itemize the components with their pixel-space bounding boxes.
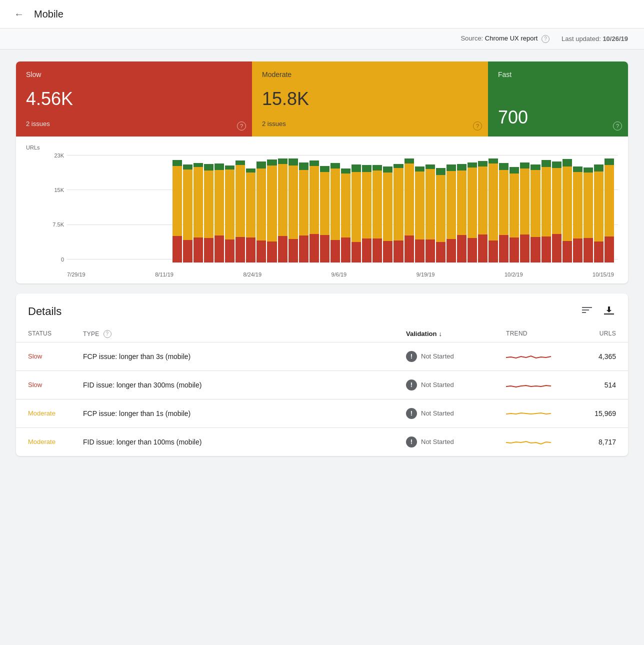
row-trend <box>506 379 576 391</box>
bar-group <box>542 152 551 262</box>
bar-group <box>584 152 593 262</box>
row-status: Slow <box>28 381 83 388</box>
col-validation[interactable]: Validation ↓ <box>406 330 506 338</box>
row-status: Moderate <box>28 410 83 417</box>
bar-group <box>552 152 562 262</box>
bar-group <box>372 152 382 262</box>
bar-group <box>246 152 256 262</box>
stat-cards-row: Slow 4.56K 2 issues ? Moderate 15.8K 2 i… <box>16 62 628 136</box>
chart-container: 23K 15K 7.5K 0 7/29/19 8/11/19 8/24/19 9… <box>26 152 618 278</box>
bar-group <box>225 152 234 262</box>
not-started-label: Not Started <box>421 438 454 446</box>
row-status: Moderate <box>28 438 83 446</box>
last-updated-label: Last updated: 10/26/19 <box>562 35 628 42</box>
bar-group <box>236 152 245 262</box>
row-trend <box>506 436 576 448</box>
slow-value: 4.56K <box>26 89 242 109</box>
bar-group <box>510 152 519 262</box>
bar-group <box>394 152 403 262</box>
source-label: Source: Chrome UX report ? <box>460 34 550 43</box>
bar-group <box>488 152 498 262</box>
row-validation: ! Not Started <box>406 351 506 362</box>
bar-group <box>562 152 572 262</box>
bar-group <box>352 152 361 262</box>
bar-group <box>604 152 614 262</box>
svg-rect-3 <box>604 314 614 314</box>
slow-label: Slow <box>26 70 242 78</box>
row-urls: 15,969 <box>576 410 616 418</box>
svg-rect-1 <box>582 310 589 310</box>
back-button[interactable]: ← <box>12 7 26 21</box>
bar-group <box>573 152 582 262</box>
svg-rect-2 <box>582 312 586 313</box>
row-type: FCP issue: longer than 3s (mobile) <box>83 352 406 360</box>
details-actions <box>580 304 616 320</box>
col-status: Status <box>28 330 83 338</box>
stat-card-fast: Fast 700 ? <box>488 62 628 136</box>
moderate-label: Moderate <box>262 70 478 78</box>
bar-group <box>194 152 203 262</box>
table-row: Slow FCP issue: longer than 3s (mobile) … <box>16 342 628 371</box>
not-started-label: Not Started <box>421 410 454 417</box>
bar-group <box>320 152 330 262</box>
bar-group <box>478 152 488 262</box>
overview-card: Slow 4.56K 2 issues ? Moderate 15.8K 2 i… <box>16 62 628 284</box>
bar-group <box>404 152 414 262</box>
col-trend: Trend <box>506 330 576 338</box>
bar-group <box>415 152 424 262</box>
bar-group <box>446 152 456 262</box>
row-type: FID issue: longer than 100ms (mobile) <box>83 438 406 446</box>
fast-value: 700 <box>498 108 618 128</box>
row-type: FID issue: longer than 300ms (mobile) <box>83 381 406 389</box>
row-urls: 514 <box>576 381 616 389</box>
row-urls: 8,717 <box>576 438 616 446</box>
filter-button[interactable] <box>580 305 594 318</box>
bar-group <box>141 152 150 262</box>
bar-group <box>67 152 76 262</box>
not-started-icon: ! <box>406 436 417 448</box>
type-help-icon[interactable]: ? <box>104 330 112 338</box>
row-validation: ! Not Started <box>406 380 506 390</box>
source-value: Chrome UX report <box>485 34 538 42</box>
bar-group <box>256 152 266 262</box>
bar-group <box>457 152 466 262</box>
details-title: Details <box>28 305 62 318</box>
x-axis: 7/29/19 8/11/19 8/24/19 9/6/19 9/19/19 1… <box>67 270 614 278</box>
row-urls: 4,365 <box>576 352 616 360</box>
fast-help-icon[interactable]: ? <box>613 122 622 130</box>
details-card: Details Status <box>16 294 628 456</box>
bar-group <box>183 152 192 262</box>
bar-group <box>426 152 435 262</box>
source-bar: Source: Chrome UX report ? Last updated:… <box>0 28 644 50</box>
slow-help-icon[interactable]: ? <box>237 122 246 130</box>
table-row: Slow FID issue: longer than 300ms (mobil… <box>16 371 628 400</box>
row-status: Slow <box>28 352 83 360</box>
download-button[interactable] <box>602 304 616 320</box>
bar-group <box>152 152 161 262</box>
bar-group <box>288 152 298 262</box>
bar-group <box>172 152 182 262</box>
not-started-label: Not Started <box>421 381 454 388</box>
chart-bars <box>67 152 614 262</box>
chart-section: URLs 23K 15K 7.5K 0 7/29/19 8/11/19 8/24… <box>16 136 628 284</box>
svg-rect-0 <box>582 307 592 308</box>
source-help-icon[interactable]: ? <box>542 35 550 43</box>
bar-group <box>278 152 288 262</box>
bar-group <box>520 152 530 262</box>
row-trend <box>506 408 576 420</box>
row-validation: ! Not Started <box>406 436 506 448</box>
moderate-help-icon[interactable]: ? <box>473 122 482 130</box>
bar-group <box>468 152 477 262</box>
bar-group <box>88 152 98 262</box>
slow-issues: 2 issues <box>26 120 242 128</box>
moderate-value: 15.8K <box>262 89 478 109</box>
row-validation: ! Not Started <box>406 408 506 419</box>
bar-group <box>341 152 350 262</box>
bar-group <box>594 152 604 262</box>
bar-group <box>78 152 87 262</box>
col-urls: URLs <box>576 330 616 338</box>
not-started-icon: ! <box>406 408 417 419</box>
stat-card-slow: Slow 4.56K 2 issues ? <box>16 62 252 136</box>
row-trend <box>506 350 576 362</box>
bar-group <box>436 152 446 262</box>
